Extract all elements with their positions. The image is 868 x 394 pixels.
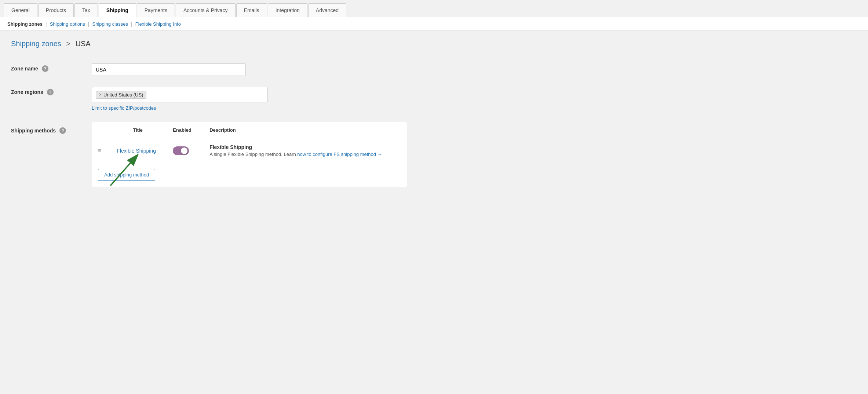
zone-name-row: Zone name ? [11,58,857,82]
tab-shipping[interactable]: Shipping [99,3,136,17]
zone-regions-help-icon[interactable]: ? [47,89,54,95]
chip-close-icon[interactable]: × [99,92,102,97]
breadcrumb-current: USA [76,40,91,48]
add-method-row: Add shipping method [92,163,407,187]
zone-name-label-text: Zone name [11,66,38,72]
method-enabled-cell [167,138,204,163]
subnav-link-shipping-options[interactable]: Shipping options [50,21,85,27]
col-drag [92,122,111,138]
shipping-methods-label: Shipping methods ? [11,117,92,193]
breadcrumb-link[interactable]: Shipping zones [11,40,61,48]
shipping-methods-help-icon[interactable]: ? [59,127,66,134]
zone-regions-label-text: Zone regions [11,89,43,95]
tabs-bar: GeneralProductsTaxShippingPaymentsAccoun… [0,0,868,17]
shipping-methods-table-wrapper: Title Enabled Description ≡Flexible Ship… [92,122,407,187]
zone-name-input[interactable] [92,63,246,76]
zone-regions-tag-input[interactable]: × United States (US) [92,87,268,102]
method-name-link[interactable]: Flexible Shipping [117,148,156,154]
zip-postcodes-link[interactable]: Limit to specific ZIP/postcodes [92,105,857,111]
method-description-body: A single Flexible Shipping method. Learn… [209,152,401,157]
tab-products[interactable]: Products [38,3,74,17]
col-enabled-header: Enabled [167,122,204,138]
add-method-table: Add shipping method [92,163,407,187]
subnav-sep-3: | [131,21,132,27]
subnav-sep-1: | [45,21,47,27]
tab-tax[interactable]: Tax [74,3,98,17]
tab-advanced[interactable]: Advanced [308,3,346,17]
method-name-cell: Flexible Shipping [111,138,167,163]
zone-name-input-cell [92,58,857,82]
drag-handle-icon[interactable]: ≡ [98,147,101,154]
main-content: Shipping zones > USA Zone name ? Zone re… [0,31,868,392]
method-description-cell: Flexible ShippingA single Flexible Shipp… [204,138,407,163]
add-shipping-method-button[interactable]: Add shipping method [98,169,155,181]
tab-emails[interactable]: Emails [236,3,267,17]
breadcrumb: Shipping zones > USA [11,40,857,48]
zone-regions-input-cell: × United States (US) Limit to specific Z… [92,82,857,117]
shipping-methods-row: Shipping methods ? Title [11,117,857,193]
tab-integration[interactable]: Integration [268,3,307,17]
shipping-methods-table: Title Enabled Description ≡Flexible Ship… [92,122,407,163]
shipping-methods-label-text: Shipping methods [11,128,56,134]
subnav-sep-2: | [88,21,90,27]
method-description-link[interactable]: how to configure FS shipping method → [297,152,382,157]
table-with-arrow: Title Enabled Description ≡Flexible Ship… [92,122,407,163]
zone-name-label: Zone name ? [11,58,92,82]
subnav-item-shipping-zones: Shipping zones [7,21,43,27]
subnav-link-shipping-classes[interactable]: Shipping classes [92,21,128,27]
col-title-header: Title [111,122,167,138]
shipping-methods-cell: Title Enabled Description ≡Flexible Ship… [92,117,857,193]
zone-name-help-icon[interactable]: ? [42,65,48,72]
col-description-header: Description [204,122,407,138]
method-description-title: Flexible Shipping [209,144,401,150]
zone-regions-row: Zone regions ? × United States (US) Limi… [11,82,857,117]
tab-general[interactable]: General [4,3,37,17]
tab-accounts_privacy[interactable]: Accounts & Privacy [176,3,236,17]
zone-regions-label: Zone regions ? [11,82,92,117]
add-method-cell: Add shipping method [92,163,407,187]
united-states-chip: × United States (US) [96,91,146,99]
shipping-table-header: Title Enabled Description [92,122,407,138]
sub-nav: Shipping zones|Shipping options|Shipping… [0,17,868,31]
breadcrumb-separator: > [66,40,70,48]
subnav-link-flexible-shipping-info[interactable]: Flexible Shipping Info [135,21,181,27]
method-toggle[interactable] [173,146,189,155]
shipping-method-row: ≡Flexible ShippingFlexible ShippingA sin… [92,138,407,163]
tab-payments[interactable]: Payments [137,3,175,17]
chip-label: United States (US) [103,92,143,98]
settings-form: Zone name ? Zone regions ? × Uni [11,58,857,193]
drag-handle-cell: ≡ [92,138,111,163]
